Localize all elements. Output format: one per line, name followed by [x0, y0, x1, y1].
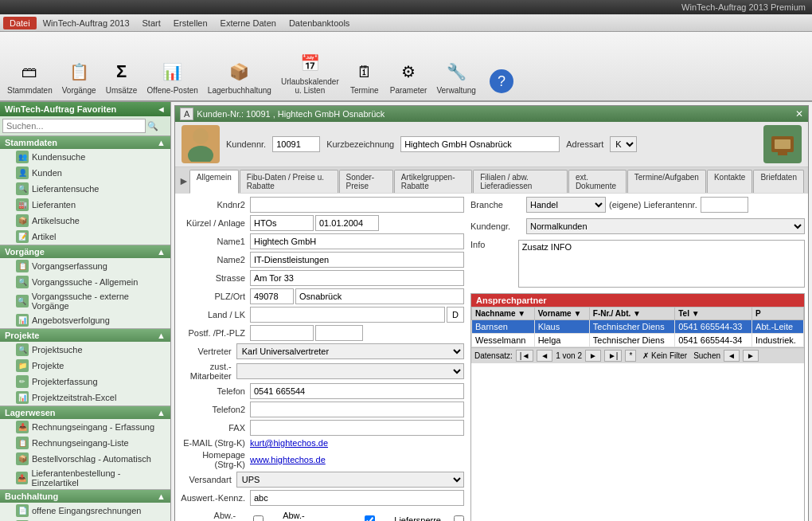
kndnr2-input[interactable] [250, 197, 464, 213]
contacts-nav-last[interactable]: ►| [604, 350, 623, 362]
telefon2-input[interactable] [250, 402, 464, 417]
menu-erstellen[interactable]: Erstellen [167, 17, 214, 29]
vertreter-select[interactable]: Karl Universalvertreter [236, 343, 464, 359]
sidebar-item-kundensuche[interactable]: 👥 Kundensuche [0, 149, 170, 165]
abw-rechnungsadr-checkbox[interactable] [365, 515, 375, 522]
tab-termine[interactable]: Termine/Aufgaben [627, 170, 706, 193]
menu-extern[interactable]: Externe Daten [214, 17, 283, 29]
plz-input[interactable] [250, 288, 294, 304]
menu-wintech[interactable]: WinTech-Auftrag 2013 [37, 17, 136, 29]
ribbon-termine[interactable]: 🗓 Termine [345, 57, 385, 97]
info-label: Info [470, 240, 518, 249]
abw-lieferadr-checkbox[interactable] [253, 515, 264, 522]
contact-p: Industriek. [752, 334, 804, 347]
sidebar-item-lieferantenbestellung[interactable]: 📤 Lieferantenbestellung - Einzelartikel [0, 467, 170, 489]
sidebar-item-artikel[interactable]: 📝 Artikel [0, 229, 170, 245]
col-vorname[interactable]: Vorname ▼ [534, 308, 589, 320]
tab-ext-dokumente[interactable]: ext. Dokumente [568, 170, 627, 193]
ribbon-parameter[interactable]: ⚙ Parameter [386, 57, 431, 97]
contacts-nav-prev[interactable]: ◄ [537, 350, 552, 362]
table-row[interactable]: Barnsen Klaus Technischer Diens 0541 665… [472, 320, 804, 334]
menu-datei[interactable]: Datei [3, 17, 37, 29]
ribbon-help[interactable]: ? [482, 67, 521, 97]
ribbon-stammdaten[interactable]: 🗃 Stammdaten [3, 57, 57, 97]
pf-plz-input[interactable] [315, 325, 363, 341]
sidebar-item-lieferanten[interactable]: 🏭 Lieferanten [0, 197, 170, 213]
tab-artikelgruppen[interactable]: Artikelgruppen-Rabatte [394, 170, 473, 193]
sidebar-item-projektzeitstrah[interactable]: 📊 Projektzeitstrah-Excel [0, 390, 170, 405]
ribbon-lager[interactable]: 📦 Lagerbuchhaltung [204, 57, 275, 97]
sidebar-item-vorgangserfassung[interactable]: 📋 Vorgangserfassung [0, 258, 170, 274]
land-code-input[interactable] [447, 307, 464, 323]
col-abt[interactable]: F-Nr./ Abt. ▼ [589, 308, 674, 320]
auswert-input[interactable] [250, 490, 464, 506]
sidebar-section-header-vorgaenge[interactable]: Vorgänge ▲ [0, 245, 170, 258]
email-link[interactable]: kurt@hightechos.de [250, 438, 464, 448]
close-button[interactable]: ✕ [795, 108, 803, 119]
tab-filialen[interactable]: Filialen / abw. Lieferadiessen [473, 170, 568, 193]
sidebar-section-header-lagerwesen[interactable]: Lagerwesen ▲ [0, 406, 170, 419]
sidebar-section-header-buchhaltung[interactable]: Buchhaltung ▲ [0, 490, 170, 503]
fax-input[interactable] [250, 420, 464, 436]
info-textarea[interactable]: Zusatz INFO [518, 240, 805, 288]
menu-start[interactable]: Start [136, 17, 167, 29]
strasse-input[interactable] [250, 270, 464, 286]
col-nachname[interactable]: Nachname ▼ [472, 308, 535, 320]
branche-select[interactable]: Handel [526, 197, 606, 213]
zust-mitarbeiter-select[interactable] [236, 363, 464, 379]
sidebar-item-bestellvorschlag[interactable]: 📦 Bestellvorschlag - Automatisch [0, 451, 170, 467]
sidebar-item-eingangsrechnungen[interactable]: 📄 offene Eingangsrechnungen [0, 503, 170, 519]
name1-input[interactable] [250, 233, 464, 249]
ribbon-offene-posten[interactable]: 📊 Offene-Posten [143, 57, 202, 97]
col-p[interactable]: P [752, 308, 804, 320]
versandart-select[interactable]: UPS [236, 472, 464, 488]
sidebar-item-rechnungseingang-liste[interactable]: 📋 Rechnungseingang-Liste [0, 435, 170, 451]
tab-allgemein[interactable]: Allgemein [189, 170, 239, 194]
liefersperre-checkbox[interactable] [454, 515, 464, 522]
contacts-nav-new[interactable]: * [625, 350, 636, 362]
tab-fibu[interactable]: Fibu-Daten / Preise u. Rabatte [240, 170, 338, 193]
table-row[interactable]: Wesselmann Helga Technischer Diens 0541 … [472, 334, 804, 347]
name2-input[interactable] [250, 252, 464, 268]
homepage-link[interactable]: www.hightechos.de [250, 455, 464, 464]
tab-kontakte[interactable]: Kontakte [707, 170, 752, 193]
sidebar-item-artikelsuche[interactable]: 📦 Artikelsuche [0, 213, 170, 229]
nav-arrow-button[interactable]: ► [178, 174, 189, 187]
adressart-select[interactable]: K [610, 136, 637, 152]
contacts-scroll-left[interactable]: ◄ [724, 350, 740, 362]
sidebar-item-vorgangssuche-allgemein[interactable]: 🔍 Vorgangssuche - Allgemein [0, 274, 170, 290]
ribbon-verwaltung[interactable]: 🔧 Verwaltung [432, 57, 479, 97]
contacts-scroll-right[interactable]: ► [743, 350, 759, 362]
telefon-input[interactable] [250, 383, 464, 399]
sidebar-section-header-stammdaten[interactable]: Stammdaten ▲ [0, 136, 170, 149]
contacts-nav-first[interactable]: |◄ [516, 350, 534, 362]
sidebar-item-projekterfassung[interactable]: ✏ Projekterfassung [0, 374, 170, 390]
kundengr-select[interactable]: Normalkunden [526, 218, 805, 234]
sidebar-item-projektsuche[interactable]: 🔍 Projektsuche [0, 342, 170, 358]
contacts-nav-next[interactable]: ► [585, 350, 601, 362]
sidebar-item-kunden[interactable]: 👤 Kunden [0, 165, 170, 181]
land-input[interactable] [250, 307, 445, 323]
sidebar-item-lieferantensuche[interactable]: 🔍 Lieferantensuche [0, 181, 170, 197]
postf-input[interactable] [250, 325, 314, 341]
sidebar-item-vorgangssuche-extern[interactable]: 🔍 Vorgangssuche - externe Vorgänge [0, 290, 170, 312]
tab-sonder[interactable]: Sonder-Preise [339, 170, 393, 193]
ribbon-vorgaenge[interactable]: 📋 Vorgänge [58, 57, 100, 97]
sidebar-item-projekte[interactable]: 📁 Projekte [0, 358, 170, 374]
anlage-date-input[interactable] [315, 215, 379, 231]
ribbon-urlaub[interactable]: 📅 Urlaubskalender u. Listen [277, 48, 343, 97]
branche-own-input[interactable] [701, 197, 748, 213]
ribbon-umsaetze[interactable]: Σ Umsätze [102, 57, 142, 97]
sidebar-item-angebotsverfolgung[interactable]: 📊 Angebotsverfolgung [0, 312, 170, 328]
sidebar-item-rechnungseingang[interactable]: 📥 Rechnungseingang - Erfassung [0, 419, 170, 435]
tab-briefdaten[interactable]: Briefdaten [753, 170, 804, 193]
col-tel[interactable]: Tel ▼ [675, 308, 752, 320]
sidebar-collapse-icon[interactable]: ◄ [157, 104, 166, 114]
kundennr-input[interactable] [272, 136, 320, 152]
menu-datenbank[interactable]: Datenbanktools [283, 17, 356, 29]
search-input[interactable] [2, 119, 146, 133]
ort-input[interactable] [295, 288, 464, 304]
sidebar-section-header-projekte[interactable]: Projekte ▲ [0, 329, 170, 342]
kuerzel-input[interactable] [250, 215, 314, 231]
kurzbezeichnung-input[interactable] [400, 136, 560, 152]
